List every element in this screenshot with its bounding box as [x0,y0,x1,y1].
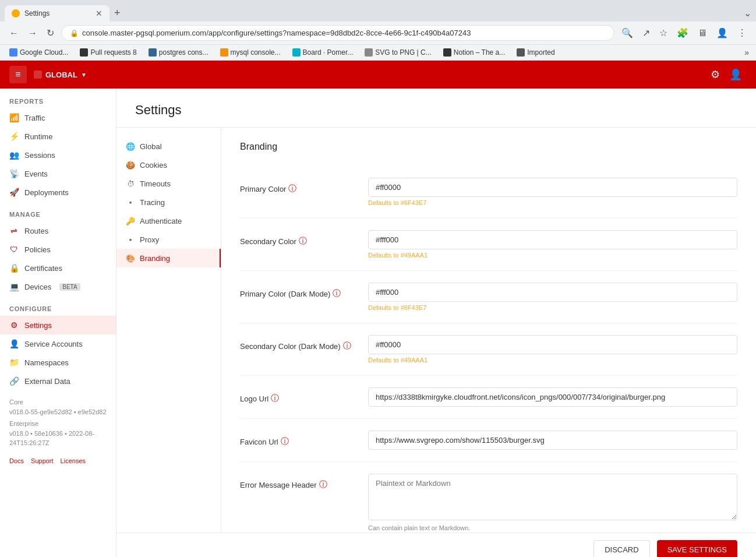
bookmark-label: Imported [527,48,554,57]
header-profile-button[interactable]: 👤 [725,66,747,83]
sidebar-item-sessions[interactable]: 👥 Sessions [0,146,116,164]
zoom-button[interactable]: 🔍 [619,25,635,41]
settings-nav-cookies[interactable]: 🍪 Cookies [116,156,221,174]
settings-nav-tracing[interactable]: ▪ Tracing [116,193,221,211]
refresh-button[interactable]: ↻ [44,25,56,41]
cast-button[interactable]: 🖥 [695,26,709,41]
secondary-color-input[interactable] [368,230,737,249]
primary-color-hint: Defaults to #6F43E7 [368,199,737,206]
sidebar-item-service-accounts[interactable]: 👤 Service Accounts [0,334,116,353]
sidebar-item-label: Namespaces [24,358,69,367]
save-settings-button[interactable]: SAVE SETTINGS [657,540,737,557]
app-logo[interactable]: ≡ [9,66,27,83]
secondary-color-help-icon[interactable]: ⓘ [299,236,307,246]
primary-color-dark-input[interactable] [368,283,737,302]
new-tab-button[interactable]: + [109,5,125,22]
error-message-textarea[interactable] [368,474,737,520]
namespace-icon [34,70,42,79]
main-content: Settings 🌐 Global 🍪 Cookies ⏱ Timeouts ▪ [116,89,756,557]
settings-nav-label: Cookies [140,161,167,170]
sidebar-item-label: Deployments [24,188,69,197]
sidebar: REPORTS 📶 Traffic ⚡ Runtime 👥 Sessions 📡… [0,89,116,557]
settings-nav-label: Global [140,142,162,151]
sidebar-item-events[interactable]: 📡 Events [0,164,116,183]
certificates-icon: 🔒 [9,263,19,273]
bookmark-imported[interactable]: Imported [514,47,557,58]
bookmark-label: Pull requests 8 [90,48,136,57]
settings-nav-timeouts[interactable]: ⏱ Timeouts [116,174,221,193]
bookmark-label: SVG to PNG | C... [375,48,431,57]
sidebar-item-namespaces[interactable]: 📁 Namespaces [0,353,116,372]
settings-nav: 🌐 Global 🍪 Cookies ⏱ Timeouts ▪ Tracing … [116,128,221,533]
routes-icon: ⇌ [9,226,19,235]
docs-link[interactable]: Docs [9,457,24,464]
primary-color-input[interactable] [368,178,737,197]
service-accounts-icon: 👤 [9,339,19,348]
sidebar-item-traffic[interactable]: 📶 Traffic [0,108,116,127]
sidebar-item-certificates[interactable]: 🔒 Certificates [0,259,116,277]
tabs-menu-button[interactable]: ⌄ [744,8,751,19]
bookmark-notion[interactable]: Notion – The a... [441,47,508,58]
error-message-hint: Can contain plain text or Markdown. [368,524,737,531]
logo-url-input[interactable] [368,387,737,407]
settings-nav-branding[interactable]: 🎨 Branding [116,249,221,267]
sidebar-item-settings[interactable]: ⚙ Settings [0,316,116,334]
favicon-url-input[interactable] [368,431,737,450]
bookmark-button[interactable]: ☆ [657,25,670,41]
namespace-selector[interactable]: GLOBAL ▼ [34,70,87,79]
error-message-help-icon[interactable]: ⓘ [319,480,327,490]
bookmark-google-cloud[interactable]: Google Cloud... [7,47,70,58]
primary-color-dark-help-icon[interactable]: ⓘ [333,288,341,299]
favicon-url-help-icon[interactable]: ⓘ [281,436,289,447]
bookmark-svg[interactable]: SVG to PNG | C... [362,47,433,58]
secondary-color-row: Secondary Color ⓘ Defaults to #49AAA1 [240,218,737,271]
nav-actions: 🔍 ↗ ☆ 🧩 🖥 👤 ⋮ [619,25,749,41]
sidebar-item-external-data[interactable]: 🔗 External Data [0,372,116,390]
sidebar-item-label: Runtime [24,132,52,141]
logo-url-help-icon[interactable]: ⓘ [271,393,279,404]
sidebar-item-routes[interactable]: ⇌ Routes [0,221,116,240]
extension-button[interactable]: 🧩 [674,25,691,41]
tab-close-button[interactable]: ✕ [96,9,103,18]
primary-color-help-icon[interactable]: ⓘ [288,184,296,194]
sidebar-item-deployments[interactable]: 🚀 Deployments [0,183,116,202]
tracing-icon: ▪ [126,198,135,207]
sidebar-item-devices[interactable]: 💻 Devices BETA [0,277,116,296]
support-link[interactable]: Support [31,457,54,464]
bookmarks-bar: Google Cloud... Pull requests 8 postgres… [0,44,756,60]
primary-color-row: Primary Color ⓘ Defaults to #6F43E7 [240,166,737,218]
menu-button[interactable]: ⋮ [735,25,749,41]
version-info: Core v018.0-55-ge9e52d82 • e9e52d82 Ente… [0,390,116,455]
favicon-url-label: Favicon Url ⓘ [240,436,368,447]
back-button[interactable]: ← [7,26,21,41]
proxy-icon: ▪ [126,235,135,244]
header-settings-button[interactable]: ⚙ [706,66,725,83]
secondary-color-dark-help-icon[interactable]: ⓘ [343,341,351,351]
settings-nav-global[interactable]: 🌐 Global [116,137,221,156]
sidebar-item-runtime[interactable]: ⚡ Runtime [0,127,116,146]
bookmarks-more-button[interactable]: » [744,48,749,57]
secondary-color-hint: Defaults to #49AAA1 [368,252,737,259]
sidebar-item-label: Events [24,170,48,178]
licenses-link[interactable]: Licenses [61,457,86,464]
tab-favicon [12,9,20,17]
forward-button[interactable]: → [26,26,40,41]
bookmark-mysql[interactable]: mysql console... [218,47,283,58]
bookmark-board[interactable]: Board · Pomer... [290,47,356,58]
profile-button[interactable]: 👤 [714,25,730,41]
error-message-label-col: Error Message Header ⓘ [240,474,368,490]
sidebar-item-policies[interactable]: 🛡 Policies [0,240,116,259]
discard-button[interactable]: DISCARD [594,540,650,557]
sidebar-item-label: Traffic [24,114,45,122]
sidebar-item-label: Sessions [24,151,55,160]
bookmark-pull-requests[interactable]: Pull requests 8 [77,47,139,58]
settings-nav-authenticate[interactable]: 🔑 Authenticate [116,211,221,230]
primary-color-dark-hint: Defaults to #6F43E7 [368,304,737,311]
active-tab[interactable]: Settings ✕ [5,5,109,22]
settings-nav-proxy[interactable]: ▪ Proxy [116,230,221,249]
secondary-color-dark-input[interactable] [368,335,737,354]
bookmark-postgres[interactable]: postgres cons... [146,47,211,58]
share-button[interactable]: ↗ [640,25,652,41]
primary-color-dark-label: Primary Color (Dark Mode) ⓘ [240,288,368,299]
address-bar[interactable]: 🔒 console.master-pgsql.pomerium.com/app/… [61,25,614,41]
